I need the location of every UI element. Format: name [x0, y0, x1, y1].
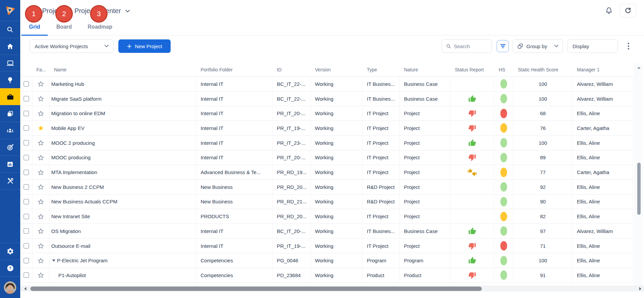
cell-type[interactable]: IT Project	[362, 151, 400, 165]
cell-manager-1[interactable]: Ellis, Aline	[573, 136, 633, 150]
group-by-button[interactable]: Group by	[513, 39, 563, 53]
more-options-button[interactable]	[624, 41, 633, 52]
cell-hs[interactable]	[494, 165, 514, 179]
table-row[interactable]: MOOC 2 producingInternal ITPR_IT_23-...W…	[20, 136, 633, 151]
notifications-button[interactable]	[605, 6, 613, 14]
cell-status-report[interactable]	[450, 253, 494, 268]
table-row[interactable]: Outsource E-mailInternal ITPR_IT_19-...W…	[20, 239, 633, 254]
cell-portfolio-folder[interactable]: Competencies	[196, 253, 272, 268]
cell-static-health-score[interactable]: 82	[514, 209, 573, 224]
cell-version[interactable]: Working	[311, 253, 362, 268]
row-checkbox[interactable]	[24, 125, 29, 131]
table-row[interactable]: Migrate SaaS platformInternal ITBC_IT_22…	[20, 92, 633, 106]
sidebar-item-settings[interactable]	[0, 243, 20, 260]
cell-hs[interactable]	[494, 121, 514, 135]
header-manager-1[interactable]: Manager 1	[573, 67, 633, 72]
header-name[interactable]: Name	[50, 67, 196, 72]
table-row[interactable]: P1-AutopilotCompetenciesPD_23684WorkingP…	[20, 268, 633, 283]
app-logo[interactable]	[0, 0, 20, 21]
header-hs[interactable]: HS	[494, 67, 514, 72]
vertical-scrollbar[interactable]	[635, 63, 643, 292]
cell-hs[interactable]	[494, 77, 514, 91]
cell-version[interactable]: Working	[311, 268, 362, 283]
table-row[interactable]: New Business 2 CCPMNew BusinessPR_RD_20.…	[20, 180, 633, 195]
header-nature[interactable]: Nature	[400, 67, 450, 72]
cell-portfolio-folder[interactable]: Advanced Business & Te...	[196, 165, 272, 179]
cell-manager-1[interactable]: Ellis, Aline	[573, 209, 633, 224]
cell-hs[interactable]	[494, 253, 514, 268]
favorite-star[interactable]	[37, 125, 44, 131]
cell-type[interactable]: R&D Project	[362, 195, 400, 209]
cell-id[interactable]: BC_IT_20-...	[272, 224, 311, 238]
vertical-scroll-thumb[interactable]	[637, 163, 641, 215]
cell-portfolio-folder[interactable]: Internal IT	[196, 239, 272, 253]
cell-version[interactable]: Working	[311, 224, 362, 238]
cell-status-report[interactable]	[450, 121, 494, 135]
row-checkbox[interactable]	[24, 140, 29, 145]
scroll-right-arrow-icon[interactable]	[639, 287, 642, 291]
sidebar-item-admin-tools[interactable]	[0, 172, 20, 189]
cell-nature[interactable]: Business Case	[400, 224, 450, 238]
cell-id[interactable]: PR_IT_19-...	[272, 239, 311, 253]
cell-version[interactable]: Working	[311, 92, 362, 106]
cell-type[interactable]: IT Project	[362, 165, 400, 179]
cell-portfolio-folder[interactable]: Internal IT	[196, 106, 272, 121]
cell-version[interactable]: Working	[311, 151, 362, 165]
cell-name[interactable]: Marketing Hub	[50, 77, 196, 91]
cell-id[interactable]: PR_RD_21...	[272, 195, 311, 209]
cell-manager-1[interactable]: Carter, Agatha	[573, 165, 633, 179]
header-id[interactable]: ID	[272, 67, 311, 72]
cell-manager-1[interactable]: Ellis, Aline	[573, 151, 633, 165]
cell-hs[interactable]	[494, 180, 514, 194]
user-avatar[interactable]	[0, 276, 20, 298]
header-version[interactable]: Version	[311, 67, 362, 72]
cell-manager-1[interactable]: Alvarez, William	[573, 224, 633, 238]
table-row[interactable]: MTA ImplementationAdvanced Business & Te…	[20, 165, 633, 180]
cell-version[interactable]: Working	[311, 121, 362, 135]
row-checkbox[interactable]	[24, 214, 29, 219]
table-row[interactable]: P-Electric Jet ProgramCompetenciesPG_004…	[20, 253, 633, 268]
refresh-button[interactable]	[620, 4, 636, 18]
scope-filter-select[interactable]: Active Working Projects	[30, 39, 114, 53]
cell-id[interactable]: PG_0046	[272, 253, 311, 268]
sidebar-item-search[interactable]	[0, 21, 20, 38]
table-row[interactable]: MOOC producingInternal ITPR_IT_20-...Wor…	[20, 151, 633, 165]
cell-type[interactable]: IT Project	[362, 209, 400, 224]
cell-static-health-score[interactable]: 71	[514, 239, 573, 253]
row-checkbox[interactable]	[24, 243, 29, 249]
cell-nature[interactable]: Project	[400, 121, 450, 135]
cell-type[interactable]: IT Project	[362, 121, 400, 135]
cell-type[interactable]: IT Busines...	[362, 77, 400, 91]
favorite-star[interactable]	[37, 169, 44, 176]
display-button[interactable]: Display	[567, 39, 618, 53]
favorite-star[interactable]	[37, 110, 44, 117]
cell-nature[interactable]: Project	[400, 106, 450, 121]
table-row[interactable]: Mobile App EVInternal ITPR_IT_19-...Work…	[20, 121, 633, 136]
cell-static-health-score[interactable]: 90	[514, 195, 573, 209]
horizontal-scroll-thumb[interactable]	[30, 287, 482, 291]
row-checkbox[interactable]	[24, 81, 29, 87]
cell-manager-1[interactable]: Ellis, Aline	[573, 253, 633, 268]
cell-manager-1[interactable]: Alvarez, William	[573, 92, 633, 106]
sidebar-item-goals[interactable]	[0, 139, 20, 156]
row-checkbox[interactable]	[24, 111, 29, 116]
cell-manager-1[interactable]: Carter, Agatha	[573, 121, 633, 135]
cell-type[interactable]: IT Busines...	[362, 92, 400, 106]
cell-name[interactable]: Outsource E-mail	[50, 239, 196, 253]
cell-portfolio-folder[interactable]: Internal IT	[196, 77, 272, 91]
cell-id[interactable]: PR_IT_23-...	[272, 136, 311, 150]
cell-static-health-score[interactable]: 100	[514, 253, 573, 268]
scroll-up-arrow-icon[interactable]	[637, 66, 641, 69]
cell-name[interactable]: Migration to online EDM	[50, 106, 196, 121]
cell-portfolio-folder[interactable]: New Business	[196, 180, 272, 194]
cell-portfolio-folder[interactable]: Internal IT	[196, 136, 272, 150]
cell-type[interactable]: R&D Project	[362, 180, 400, 194]
cell-status-report[interactable]	[450, 239, 494, 253]
sidebar-item-resources[interactable]	[0, 122, 20, 139]
table-row[interactable]: Marketing HubInternal ITBC_IT_22-...Work…	[20, 77, 633, 92]
cell-static-health-score[interactable]: 91	[514, 268, 573, 283]
favorite-star[interactable]	[37, 272, 44, 278]
cell-id[interactable]: PD_23684	[272, 268, 311, 283]
sidebar-item-reports[interactable]	[0, 156, 20, 172]
cell-name[interactable]: New Business 2 CCPM	[50, 180, 196, 194]
